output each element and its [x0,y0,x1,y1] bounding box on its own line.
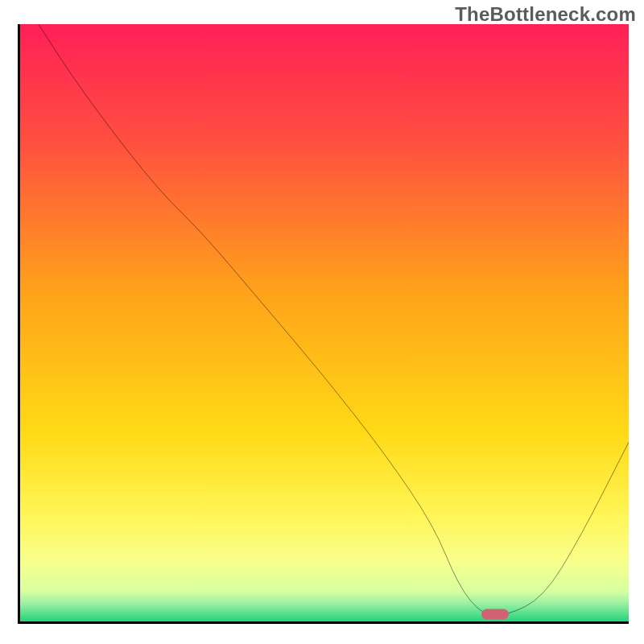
chart-stage: TheBottleneck.com [0,0,644,644]
bottleneck-curve-path [39,24,629,616]
x-axis [18,621,629,624]
optimal-marker [481,609,509,620]
watermark-text: TheBottleneck.com [455,3,636,26]
plot-area [18,24,629,624]
curve-layer [20,24,629,621]
